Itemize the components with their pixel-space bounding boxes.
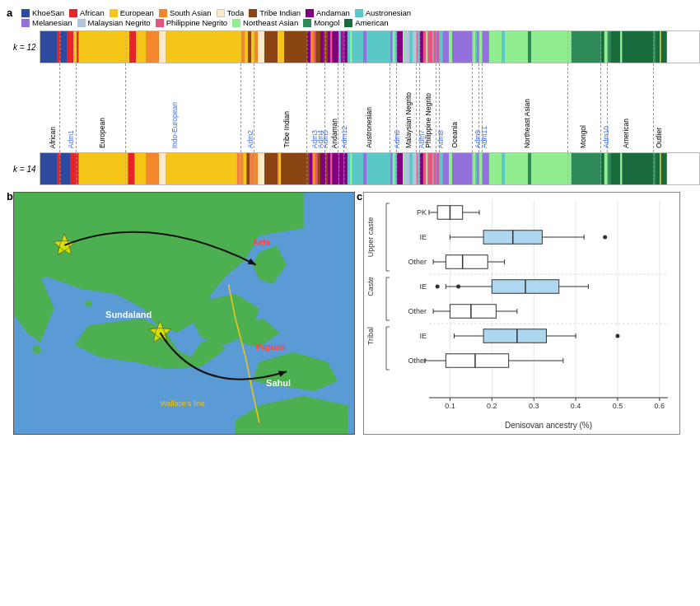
legend-southasian: South Asian <box>159 8 212 17</box>
group-label: Adm10 <box>603 66 610 148</box>
group-label: European <box>99 66 106 148</box>
legend-malaysiannegrito: Malaysian Negrito <box>77 18 151 27</box>
group-label: Mongol <box>580 66 587 148</box>
group-label: Adm12 <box>341 66 348 148</box>
group-label: Oceania <box>451 66 459 148</box>
group-label: Adm8 <box>437 66 445 148</box>
k12-label: k = 12 <box>13 43 36 52</box>
panel-b: b <box>13 192 355 435</box>
panel-b-label: b <box>7 190 13 203</box>
legend-northeastasian: Northeast Asian <box>232 18 298 27</box>
k12-section: k = 12 <box>13 30 693 63</box>
legend-mongol: Mongol <box>303 18 339 27</box>
group-label: Adm2 <box>247 66 254 148</box>
legend-philippinenegrito: Philippine Negrito <box>156 18 227 27</box>
legend-row2: Melanesian Malaysian Negrito Philippine … <box>7 18 698 27</box>
legend-african: African <box>69 8 105 17</box>
legend-row1: KhoeSan African European South Asian Tod… <box>7 7 698 17</box>
legend-austronesian: Austronesian <box>355 8 411 17</box>
group-label: Malaysian Negrito <box>405 66 413 148</box>
group-label: Andaman <box>331 66 338 148</box>
group-label: Philippine Negrito <box>425 66 432 148</box>
group-label: Adm1 <box>68 66 75 148</box>
panel-c: c <box>363 192 693 435</box>
panel-a-label: a <box>7 7 12 19</box>
group-label: Austronesian <box>366 66 373 148</box>
group-label: Adm6 <box>394 66 401 148</box>
group-label: Adm11 <box>481 66 488 148</box>
group-label: Outlier <box>656 66 663 148</box>
k14-label: k = 14 <box>13 165 36 174</box>
group-label: African <box>49 66 57 148</box>
group-label: Indo-European <box>171 66 179 148</box>
group-label: Tribe Indian <box>283 66 291 148</box>
figure-container: a KhoeSan African European South Asian T… <box>0 0 700 606</box>
legend-toda: Toda <box>217 8 245 17</box>
group-label: Northeast Asian <box>524 66 531 148</box>
legend-tribeindian: Tribe Indian <box>249 8 301 17</box>
k14-section: k = 14 <box>13 152 693 185</box>
bottom-panels: b c <box>13 192 693 435</box>
panel-c-label: c <box>357 190 362 203</box>
legend-melanesian: Melanesian <box>21 18 72 27</box>
group-labels-section: AfricanAdm1EuropeanIndo-EuropeanAdm2Trib… <box>40 63 693 152</box>
legend-european: European <box>110 8 154 17</box>
group-label: American <box>623 66 630 148</box>
group-label: Adm5 <box>322 66 329 148</box>
legend-khoesan: KhoeSan <box>21 8 64 17</box>
legend-andaman: Andaman <box>306 8 350 17</box>
legend-american: American <box>344 18 388 27</box>
